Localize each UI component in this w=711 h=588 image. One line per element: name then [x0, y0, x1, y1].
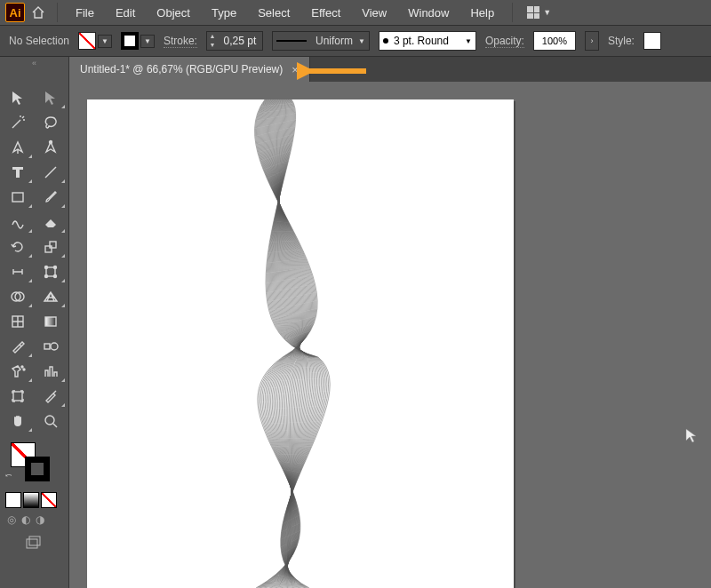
symbol-sprayer-tool[interactable]: [2, 359, 34, 384]
direct-selection-tool[interactable]: [35, 85, 67, 110]
opacity-value[interactable]: 100%: [533, 31, 576, 51]
artboard-tool[interactable]: [2, 384, 34, 409]
menu-effect[interactable]: Effect: [302, 3, 349, 23]
svg-point-1: [49, 141, 52, 144]
color-mode-bar: [0, 490, 68, 510]
svg-rect-20: [29, 536, 40, 545]
zoom-tool[interactable]: [35, 409, 67, 433]
magic-wand-tool[interactable]: [2, 110, 34, 135]
menu-separator: [512, 3, 513, 22]
screen-mode-button[interactable]: [0, 529, 68, 554]
svg-point-15: [51, 343, 58, 350]
document-tab-bar: Untitled-1* @ 66,67% (RGB/GPU Preview) ×: [69, 57, 711, 82]
fill-swatch-dropdown[interactable]: ▼: [78, 32, 112, 50]
svg-rect-4: [50, 242, 56, 248]
opacity-flyout-button[interactable]: ›: [585, 31, 599, 51]
chevron-down-icon: ▼: [140, 35, 155, 48]
menu-object[interactable]: Object: [148, 3, 199, 23]
gradient-tool[interactable]: [35, 309, 67, 334]
control-bar: No Selection ▼ ▼ Stroke: ▲▼ Uniform ▼ 3 …: [0, 25, 711, 57]
cursor-icon: [684, 428, 699, 446]
slice-tool[interactable]: [35, 384, 67, 409]
workspace-switcher[interactable]: ▼: [522, 3, 556, 22]
type-tool[interactable]: [2, 160, 34, 185]
brush-definition[interactable]: 3 pt. Round ▼: [379, 31, 476, 51]
svg-point-16: [21, 366, 23, 368]
column-graph-tool[interactable]: [35, 359, 67, 384]
stroke-color-box[interactable]: [25, 457, 50, 481]
svg-rect-13: [45, 317, 56, 326]
variable-width-profile[interactable]: Uniform ▼: [272, 31, 370, 51]
svg-point-9: [53, 275, 56, 278]
hand-tool[interactable]: [2, 409, 34, 433]
line-segment-tool[interactable]: [35, 160, 67, 185]
grid-icon: [527, 6, 539, 19]
eyedropper-tool[interactable]: [2, 334, 34, 359]
rotate-tool[interactable]: [2, 234, 34, 259]
shape-builder-tool[interactable]: [2, 284, 34, 309]
svg-point-19: [45, 416, 54, 425]
stroke-swatch: [121, 32, 139, 50]
lasso-tool[interactable]: [35, 110, 67, 135]
svg-point-7: [53, 266, 56, 269]
fill-stroke-control[interactable]: ⤺: [5, 441, 63, 485]
stroke-swatch-dropdown[interactable]: ▼: [121, 32, 155, 50]
draw-inside-icon[interactable]: ◑: [36, 513, 44, 526]
menu-file[interactable]: File: [67, 3, 103, 23]
svg-point-6: [44, 266, 47, 269]
swap-fill-stroke-icon[interactable]: ⤺: [5, 471, 12, 480]
eraser-tool[interactable]: [35, 210, 67, 234]
home-icon[interactable]: [28, 3, 48, 22]
perspective-grid-tool[interactable]: [35, 284, 67, 309]
pen-tool[interactable]: [2, 135, 34, 160]
menu-select[interactable]: Select: [249, 3, 299, 23]
close-tab-icon[interactable]: ×: [292, 63, 299, 76]
document-tab[interactable]: Untitled-1* @ 66,67% (RGB/GPU Preview) ×: [69, 57, 310, 82]
width-tool[interactable]: [2, 259, 34, 284]
stroke-weight-field[interactable]: ▲▼: [206, 31, 263, 51]
menu-edit[interactable]: Edit: [107, 3, 144, 23]
stroke-weight-stepper[interactable]: ▲▼: [207, 32, 218, 50]
panel-collapse-handle[interactable]: «: [0, 57, 68, 69]
opacity-label[interactable]: Opacity:: [485, 35, 524, 48]
svg-rect-14: [44, 344, 50, 349]
artboard: [87, 99, 514, 588]
color-mode-none[interactable]: [41, 492, 57, 508]
svg-rect-2: [12, 193, 23, 202]
stroke-label[interactable]: Stroke:: [164, 35, 197, 48]
brush-label: 3 pt. Round: [394, 35, 449, 47]
color-mode-solid[interactable]: [5, 492, 21, 508]
menu-window[interactable]: Window: [399, 3, 458, 23]
document-tab-title: Untitled-1* @ 66,67% (RGB/GPU Preview): [80, 63, 283, 75]
blend-tool[interactable]: [35, 334, 67, 359]
color-mode-gradient[interactable]: [23, 492, 39, 508]
stroke-weight-input[interactable]: [218, 35, 262, 47]
menu-help[interactable]: Help: [461, 3, 503, 23]
menu-type[interactable]: Type: [203, 3, 245, 23]
menu-separator: [57, 3, 58, 22]
document-area: Untitled-1* @ 66,67% (RGB/GPU Preview) ×: [69, 57, 711, 588]
fill-swatch: [78, 32, 96, 50]
toolbox-header: [0, 69, 68, 83]
toolbox: «: [0, 57, 69, 588]
svg-rect-21: [27, 539, 37, 548]
graphic-style-swatch[interactable]: [643, 32, 661, 50]
svg-rect-3: [45, 246, 52, 252]
chevron-down-icon: ▼: [98, 35, 112, 48]
draw-normal-icon[interactable]: ◎: [7, 513, 16, 526]
draw-behind-icon[interactable]: ◐: [21, 513, 30, 526]
free-transform-tool[interactable]: [35, 259, 67, 284]
profile-label: Uniform: [316, 35, 353, 47]
menu-bar: Ai File Edit Object Type Select Effect V…: [0, 0, 711, 25]
canvas[interactable]: [69, 82, 711, 588]
paintbrush-tool[interactable]: [35, 185, 67, 210]
scale-tool[interactable]: [35, 234, 67, 259]
svg-point-17: [23, 369, 25, 370]
rectangle-tool[interactable]: [2, 185, 34, 210]
menu-view[interactable]: View: [353, 3, 395, 23]
curvature-tool[interactable]: [35, 135, 67, 160]
mesh-tool[interactable]: [2, 309, 34, 334]
svg-rect-18: [13, 392, 22, 401]
shaper-tool[interactable]: [2, 210, 34, 234]
selection-tool[interactable]: [2, 85, 34, 110]
